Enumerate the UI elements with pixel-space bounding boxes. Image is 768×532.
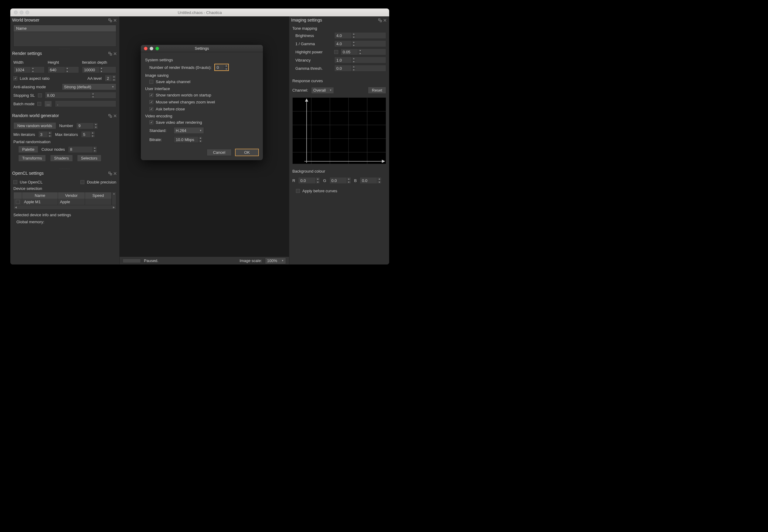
ok-button[interactable]: OK bbox=[235, 149, 259, 156]
mouse-zoom-checkbox[interactable]: Mouse wheel changes zoom level bbox=[149, 100, 259, 104]
opencl-settings-title: OpenCL settings bbox=[12, 171, 44, 176]
number-input[interactable]: ▲▼ bbox=[76, 123, 98, 129]
bg-b-input[interactable]: ▲▼ bbox=[360, 177, 382, 184]
number-label: Number bbox=[59, 123, 73, 128]
apply-before-curves-checkbox[interactable]: Apply before curves bbox=[296, 189, 337, 193]
panel-resize-handle[interactable]: ........ bbox=[10, 47, 119, 50]
response-curve-editor[interactable] bbox=[292, 97, 386, 164]
device-table: Name Vendor Speed Apple M1 Apple bbox=[13, 192, 116, 210]
device-row[interactable]: Apple M1 Apple bbox=[14, 199, 112, 205]
gamma-thresh-input[interactable]: ▲▼ bbox=[334, 65, 386, 72]
bg-g-input[interactable]: ▲▼ bbox=[329, 177, 351, 184]
height-input[interactable]: ▲▼ bbox=[48, 66, 79, 73]
iteration-depth-label: Iteration depth bbox=[82, 60, 116, 65]
bg-r-input[interactable]: ▲▼ bbox=[298, 177, 320, 184]
highlight-power-label: Highlight power bbox=[295, 50, 332, 54]
detach-icon[interactable] bbox=[378, 18, 382, 22]
use-opencl-checkbox[interactable]: Use OpenCL bbox=[13, 180, 42, 184]
imaging-settings-title: Imaging settings bbox=[291, 18, 322, 22]
bg-b-label: B bbox=[354, 178, 357, 183]
svg-rect-1 bbox=[110, 20, 112, 22]
image-saving-title: Image saving bbox=[145, 73, 259, 78]
close-panel-icon[interactable] bbox=[113, 18, 117, 22]
opencl-settings-header: OpenCL settings bbox=[10, 170, 119, 177]
svg-rect-9 bbox=[380, 20, 382, 22]
close-panel-icon[interactable] bbox=[113, 114, 117, 117]
brightness-input[interactable]: ▲▼ bbox=[334, 32, 386, 39]
channel-label: Channel: bbox=[292, 88, 308, 93]
world-list-name-header: Name bbox=[14, 25, 116, 32]
render-threads-label: Number of render threads (0=auto): bbox=[149, 65, 212, 70]
channel-select[interactable]: Overall▼ bbox=[311, 87, 334, 94]
gamma-input[interactable]: ▲▼ bbox=[334, 40, 386, 47]
aa-level-input[interactable]: ▲▼ bbox=[105, 75, 116, 82]
shaders-button[interactable]: Shaders bbox=[50, 155, 72, 162]
world-browser-header: World browser bbox=[10, 16, 119, 24]
video-standard-select[interactable]: H.264▼ bbox=[173, 127, 204, 134]
width-input[interactable]: ▲▼ bbox=[13, 66, 45, 73]
max-iterators-label: Max iterators bbox=[55, 132, 78, 137]
transforms-button[interactable]: Transforms bbox=[18, 155, 46, 162]
brightness-label: Brightness bbox=[295, 33, 332, 38]
image-scale-select[interactable]: 100%▼ bbox=[265, 258, 286, 264]
detach-icon[interactable] bbox=[108, 18, 112, 22]
world-list[interactable]: Name bbox=[13, 25, 116, 47]
tone-mapping-title: Tone mapping bbox=[292, 26, 386, 31]
random-generator-title: Random world generator bbox=[12, 113, 59, 118]
device-enable-checkbox[interactable] bbox=[16, 200, 20, 204]
gamma-label: 1 / Gamma bbox=[295, 42, 332, 46]
stopping-sl-checkbox[interactable] bbox=[38, 93, 42, 97]
vibrancy-input[interactable]: ▲▼ bbox=[334, 57, 386, 63]
device-col-name: Name bbox=[22, 192, 58, 199]
width-label: Width bbox=[13, 60, 45, 65]
settings-titlebar: Settings bbox=[141, 45, 263, 52]
colour-nodes-input[interactable]: ▲▼ bbox=[68, 146, 97, 153]
batch-mode-checkbox[interactable] bbox=[37, 102, 41, 106]
double-precision-checkbox[interactable]: Double precision bbox=[80, 180, 116, 184]
new-random-worlds-button[interactable]: New random worlds bbox=[13, 122, 56, 129]
max-iterators-input[interactable]: ▲▼ bbox=[81, 131, 95, 138]
aa-mode-label: Anti-aliasing mode bbox=[13, 85, 59, 89]
batch-browse-button[interactable]: ... bbox=[44, 101, 52, 107]
save-video-checkbox[interactable]: Save video after rendering bbox=[149, 120, 259, 125]
highlight-power-checkbox[interactable] bbox=[334, 50, 338, 54]
global-memory-label: Global memory: bbox=[13, 218, 116, 224]
detach-icon[interactable] bbox=[108, 52, 112, 55]
detach-icon[interactable] bbox=[108, 114, 112, 117]
detach-icon[interactable] bbox=[108, 171, 112, 175]
min-iterators-input[interactable]: ▲▼ bbox=[38, 131, 52, 138]
right-panel: Imaging settings Tone mapping Brightness… bbox=[289, 16, 389, 264]
vertical-scrollbar[interactable]: ▲ bbox=[112, 192, 116, 205]
progress-bar bbox=[123, 259, 141, 263]
status-text: Paused. bbox=[144, 258, 158, 263]
aa-mode-select[interactable]: Strong (default)▼ bbox=[62, 83, 116, 90]
selectors-button[interactable]: Selectors bbox=[77, 155, 101, 162]
lock-aspect-checkbox[interactable]: Lock aspect ratio bbox=[13, 76, 49, 81]
bitrate-input[interactable]: ▲▼ bbox=[173, 136, 203, 143]
save-alpha-checkbox[interactable]: Save alpha channel bbox=[149, 79, 259, 84]
video-standard-label: Standard: bbox=[149, 128, 170, 133]
close-panel-icon[interactable] bbox=[383, 18, 387, 22]
aa-level-label: AA level bbox=[87, 76, 102, 81]
reset-curves-button[interactable]: Reset bbox=[368, 87, 386, 94]
random-generator-header: Random world generator bbox=[10, 112, 119, 119]
render-threads-input[interactable]: ▲▼ bbox=[215, 64, 229, 71]
ask-before-close-checkbox[interactable]: Ask before close bbox=[149, 107, 259, 111]
batch-path-input[interactable] bbox=[55, 100, 116, 107]
close-panel-icon[interactable] bbox=[113, 171, 117, 175]
svg-rect-7 bbox=[110, 173, 112, 175]
stopping-sl-input[interactable]: ▲▼ bbox=[45, 92, 116, 99]
svg-marker-21 bbox=[382, 160, 385, 163]
bg-r-label: R bbox=[292, 178, 295, 183]
panel-resize-handle[interactable]: ........ bbox=[10, 167, 119, 170]
horizontal-scrollbar[interactable]: ◀▶ bbox=[14, 205, 116, 209]
close-panel-icon[interactable] bbox=[113, 52, 117, 55]
iteration-depth-input[interactable]: ▲▼ bbox=[82, 66, 116, 73]
imaging-settings-header: Imaging settings bbox=[289, 16, 389, 24]
show-random-checkbox[interactable]: Show random worlds on startup bbox=[149, 93, 259, 97]
device-col-speed: Speed bbox=[85, 192, 112, 199]
palette-button[interactable]: Palette bbox=[18, 146, 38, 153]
highlight-power-input[interactable]: ▲▼ bbox=[341, 49, 386, 55]
cancel-button[interactable]: Cancel bbox=[207, 149, 232, 156]
render-settings-title: Render settings bbox=[12, 51, 42, 56]
